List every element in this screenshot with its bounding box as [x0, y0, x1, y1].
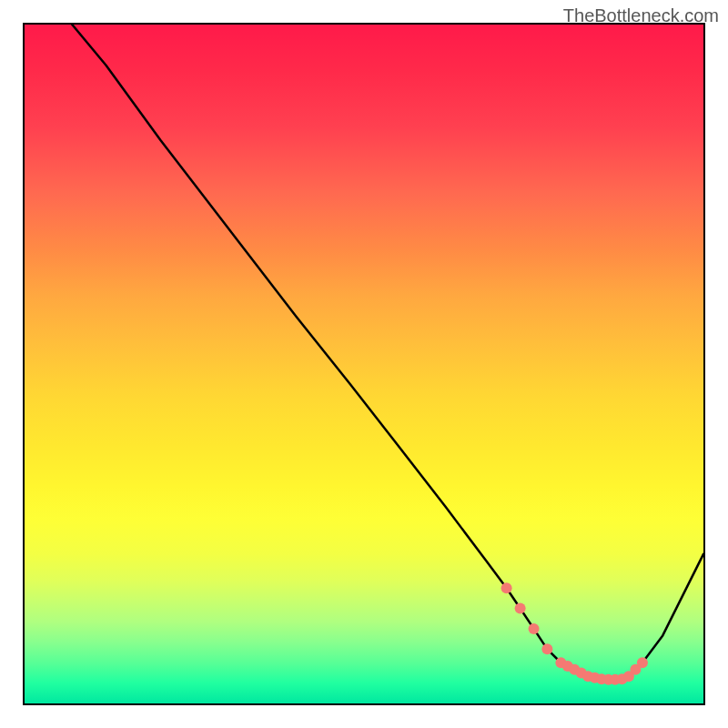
marker-dot — [529, 623, 540, 634]
marker-dot — [515, 603, 526, 614]
watermark-text: TheBottleneck.com — [563, 5, 719, 26]
curve-path-group — [72, 25, 703, 680]
curve-markers — [501, 582, 648, 685]
plot-area — [23, 23, 705, 705]
marker-dot — [501, 582, 512, 593]
marker-dot — [637, 657, 648, 668]
bottleneck-curve — [72, 25, 703, 680]
chart-svg — [25, 25, 703, 703]
marker-dot — [541, 643, 552, 654]
